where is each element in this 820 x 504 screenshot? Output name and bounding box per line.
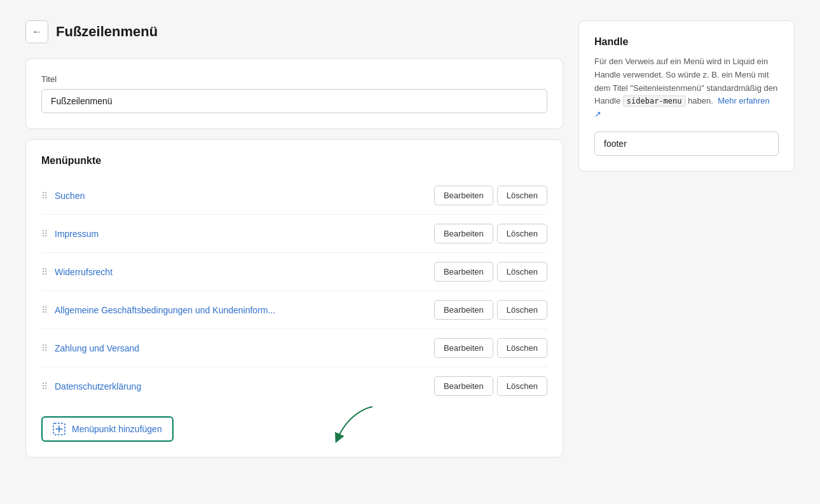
table-row: ⠿ Widerrufsrecht Bearbeiten Löschen [41, 253, 547, 291]
delete-button[interactable]: Löschen [497, 338, 547, 358]
handle-title: Handle [594, 36, 779, 48]
menu-item-name: Suchen [55, 191, 434, 201]
delete-button[interactable]: Löschen [497, 376, 547, 396]
table-row: ⠿ Impressum Bearbeiten Löschen [41, 215, 547, 253]
delete-button[interactable]: Löschen [497, 186, 547, 205]
item-actions: Bearbeiten Löschen [434, 262, 547, 282]
table-row: ⠿ Zahlung und Versand Bearbeiten Löschen [41, 329, 547, 367]
back-button[interactable]: ← [25, 20, 48, 43]
menu-items-card: Menüpunkte ⠿ Suchen Bearbeiten Löschen ⠿… [25, 139, 563, 458]
menu-item-name: Widerrufsrecht [55, 267, 434, 277]
delete-button[interactable]: Löschen [497, 262, 547, 282]
drag-handle[interactable]: ⠿ [41, 191, 47, 201]
delete-button[interactable]: Löschen [497, 224, 547, 243]
drag-handle[interactable]: ⠿ [41, 343, 47, 353]
table-row: ⠿ Datenschutzerklärung Bearbeiten Lösche… [41, 367, 547, 405]
green-arrow [325, 404, 376, 448]
edit-button[interactable]: Bearbeiten [434, 262, 493, 282]
external-link-icon: ↗ [594, 109, 601, 119]
back-icon: ← [32, 26, 42, 37]
item-actions: Bearbeiten Löschen [434, 224, 547, 243]
description-after: haben. [686, 96, 713, 106]
menu-item-name: Impressum [55, 229, 434, 239]
add-item-button[interactable]: Menüpunkt hinzufügen [41, 416, 174, 442]
sidebar: Handle Für den Verweis auf ein Menü wird… [578, 20, 795, 468]
handle-code-example: sidebar-menu [623, 95, 686, 107]
menu-item-name: Zahlung und Versand [55, 343, 434, 353]
add-item-row: Menüpunkt hinzufügen [41, 407, 547, 442]
title-input[interactable] [41, 89, 547, 113]
handle-input[interactable] [594, 132, 779, 156]
drag-handle[interactable]: ⠿ [41, 381, 47, 392]
item-actions: Bearbeiten Löschen [434, 376, 547, 396]
item-actions: Bearbeiten Löschen [434, 338, 547, 358]
title-field-label: Titel [41, 74, 547, 84]
add-item-label: Menüpunkt hinzufügen [72, 424, 162, 434]
edit-button[interactable]: Bearbeiten [434, 376, 493, 396]
handle-description: Für den Verweis auf ein Menü wird in Liq… [594, 55, 779, 121]
item-actions: Bearbeiten Löschen [434, 186, 547, 205]
drag-handle[interactable]: ⠿ [41, 267, 47, 277]
item-actions: Bearbeiten Löschen [434, 300, 547, 320]
table-row: ⠿ Allgemeine Geschäftsbedingungen und Ku… [41, 291, 547, 329]
menu-items-list: ⠿ Suchen Bearbeiten Löschen ⠿ Impressum … [41, 177, 547, 405]
handle-card: Handle Für den Verweis auf ein Menü wird… [578, 20, 795, 172]
delete-button[interactable]: Löschen [497, 300, 547, 320]
menu-item-name: Datenschutzerklärung [55, 381, 434, 392]
edit-button[interactable]: Bearbeiten [434, 300, 493, 320]
edit-button[interactable]: Bearbeiten [434, 224, 493, 243]
title-card: Titel [25, 58, 563, 129]
menu-section-title: Menüpunkte [41, 155, 547, 167]
add-item-icon [53, 423, 65, 435]
drag-handle[interactable]: ⠿ [41, 229, 47, 239]
edit-button[interactable]: Bearbeiten [434, 338, 493, 358]
drag-handle[interactable]: ⠿ [41, 305, 47, 315]
edit-button[interactable]: Bearbeiten [434, 186, 493, 205]
table-row: ⠿ Suchen Bearbeiten Löschen [41, 177, 547, 215]
page-title: Fußzeilenmenü [56, 24, 158, 40]
menu-item-name: Allgemeine Geschäftsbedingungen und Kund… [55, 305, 434, 315]
page-header: ← Fußzeilenmenü [25, 20, 563, 43]
